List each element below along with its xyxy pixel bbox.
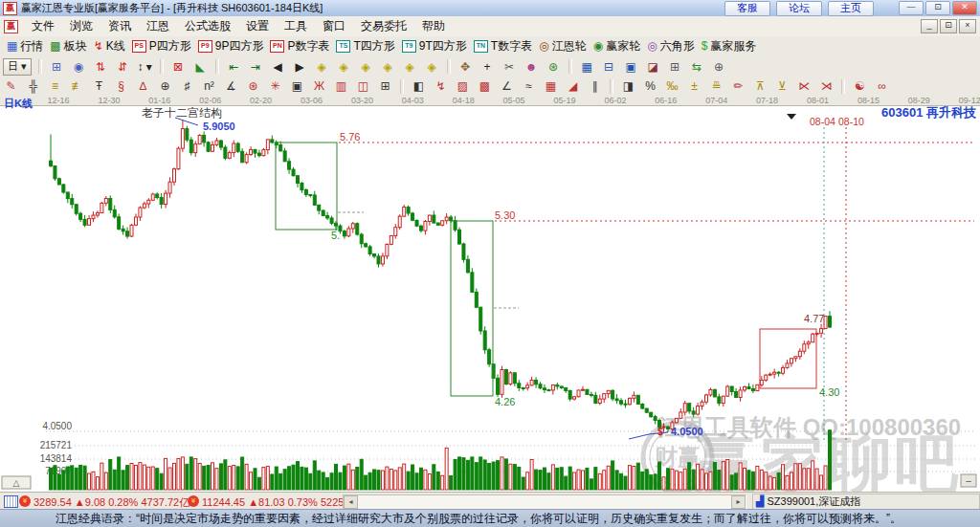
kline-view-button[interactable]: ↯K线 bbox=[94, 38, 125, 55]
period-day-dropdown[interactable]: 日 ▾ bbox=[3, 58, 32, 76]
network-icon[interactable]: ⇆ bbox=[687, 59, 707, 75]
child-restore-button[interactable]: ⊡ bbox=[940, 19, 957, 33]
export-icon[interactable]: ◪ bbox=[643, 59, 663, 75]
hash-icon[interactable]: ♯ bbox=[177, 78, 197, 94]
window-split-icon[interactable]: ◧ bbox=[409, 78, 429, 94]
t-square-button[interactable]: TST四方形 bbox=[336, 38, 394, 55]
homepage-button[interactable]: 主页 bbox=[828, 1, 874, 16]
circle-cross-icon[interactable]: ⊕ bbox=[155, 78, 175, 94]
restore-button[interactable]: ⊡ bbox=[925, 1, 950, 15]
menu-item-6[interactable]: 工具 bbox=[277, 16, 315, 36]
service-button[interactable]: 客服 bbox=[724, 1, 770, 16]
hexagon-button[interactable]: ◎六角形 bbox=[647, 38, 694, 55]
menu-item-0[interactable]: 文件 bbox=[24, 16, 62, 36]
flag-tool-icon[interactable]: ◣ bbox=[190, 59, 211, 75]
next-bar-icon[interactable]: ▶ bbox=[290, 59, 310, 75]
collapse-button[interactable]: △ bbox=[2, 476, 31, 489]
cycle-tool-icon[interactable]: ⊛ bbox=[544, 59, 564, 75]
child-close-button[interactable]: × bbox=[959, 19, 976, 33]
candle-scale-dropdown[interactable]: ↕ ▾ bbox=[135, 59, 155, 75]
menu-item-3[interactable]: 江恩 bbox=[139, 16, 177, 36]
measure-icon[interactable]: ⊞ bbox=[375, 78, 395, 94]
kline-style-icon[interactable]: ⇅ bbox=[91, 59, 111, 75]
9p-square-button[interactable]: P99P四方形 bbox=[198, 38, 264, 55]
pencil-icon[interactable]: ✎ bbox=[1, 78, 21, 94]
crosshair-tool-icon[interactable]: + bbox=[478, 59, 498, 75]
trend-cut2-icon[interactable]: ⋊ bbox=[816, 78, 836, 94]
remote-icon[interactable]: ⊕ bbox=[709, 59, 729, 75]
last-page-icon[interactable]: ⇥ bbox=[246, 59, 266, 75]
close-button[interactable]: ✕ bbox=[952, 1, 977, 15]
shade-box-icon[interactable]: ▨ bbox=[453, 78, 473, 94]
gann-diamond-4-icon[interactable]: ◈ bbox=[378, 59, 398, 75]
permille-icon[interactable]: ‰ bbox=[662, 78, 682, 94]
spiral-icon[interactable]: § bbox=[111, 78, 131, 94]
index-ticker-panel[interactable]: ▟ SZ399001,深证成指 bbox=[752, 494, 980, 510]
info-panel-icon[interactable]: ◉ bbox=[69, 59, 89, 75]
golden-line-icon[interactable]: ± bbox=[684, 78, 704, 94]
print-icon[interactable]: ⊞ bbox=[665, 59, 685, 75]
trend-cut-icon[interactable]: ⋉ bbox=[794, 78, 814, 94]
period-tab-daily[interactable]: 日K线 bbox=[4, 97, 33, 111]
price-band-icon[interactable]: ≡ bbox=[45, 78, 65, 94]
mini-scroll-button[interactable]: – bbox=[961, 474, 976, 487]
menu-item-5[interactable]: 设置 bbox=[238, 16, 277, 36]
gann-diamond-1-icon[interactable]: ◈ bbox=[312, 59, 332, 75]
angle-a-icon[interactable]: ∡ bbox=[221, 78, 241, 94]
angle-line-icon[interactable]: ∠ bbox=[497, 78, 517, 94]
menu-item-9[interactable]: 帮助 bbox=[414, 16, 453, 36]
target-icon[interactable]: ⊛ bbox=[243, 78, 263, 94]
sector-blocks-button[interactable]: ▩板块 bbox=[50, 38, 86, 55]
mascot-icon[interactable]: ☻ bbox=[522, 59, 542, 75]
brush-icon[interactable]: ✏ bbox=[728, 78, 748, 94]
percent-retrace-icon[interactable]: % bbox=[640, 78, 660, 94]
p-square-button[interactable]: PSP四方形 bbox=[132, 38, 191, 55]
sh-index-quote[interactable]: 3289.54 ▲9.08 0.28% 4737.72亿 bbox=[33, 495, 189, 510]
parallel-icon[interactable]: ∥ bbox=[585, 78, 605, 94]
ladder-icon[interactable]: ◫ bbox=[353, 78, 373, 94]
save-icon[interactable]: ▣ bbox=[621, 59, 641, 75]
gann-wheel-button[interactable]: ◎江恩轮 bbox=[539, 38, 586, 55]
candlestick-chart[interactable]: 12-1612-3001-1602-0602-2003-0603-2004-03… bbox=[0, 95, 980, 492]
gann-box-2[interactable] bbox=[451, 221, 493, 396]
cut-tool-icon[interactable]: ✂ bbox=[500, 59, 520, 75]
scroll-right-icon[interactable]: ▸ bbox=[731, 495, 746, 509]
ruler-icon[interactable]: ∆ bbox=[133, 78, 153, 94]
hand-tool-icon[interactable]: ✥ bbox=[456, 59, 476, 75]
shade-box2-icon[interactable]: ▩ bbox=[475, 78, 495, 94]
minimize-button[interactable]: — bbox=[899, 1, 924, 15]
calendar-grid-icon[interactable] bbox=[4, 495, 18, 508]
gold-band-icon[interactable]: ≞ bbox=[706, 78, 726, 94]
menu-item-7[interactable]: 窗口 bbox=[315, 16, 353, 36]
menu-item-4[interactable]: 公式选股 bbox=[177, 16, 238, 36]
first-page-icon[interactable]: ⇤ bbox=[224, 59, 244, 75]
winner-wheel-button[interactable]: ◉赢家轮 bbox=[593, 38, 640, 55]
box-tool-icon[interactable]: ▣ bbox=[287, 78, 307, 94]
9t-square-button[interactable]: T99T四方形 bbox=[402, 38, 467, 55]
region-select-icon[interactable]: ⊠ bbox=[168, 59, 189, 75]
prev-bar-icon[interactable]: ◀ bbox=[268, 59, 288, 75]
asterisk-icon[interactable]: ✳ bbox=[265, 78, 285, 94]
price-band2-icon[interactable]: ≢ bbox=[67, 78, 87, 94]
calendar-icon[interactable]: ▦ bbox=[577, 59, 597, 75]
yinyang-icon[interactable]: ☯ bbox=[850, 78, 870, 94]
infinity-icon[interactable]: ∞ bbox=[872, 78, 892, 94]
wave-icon[interactable]: ≈ bbox=[519, 78, 539, 94]
gann-diamond-2-icon[interactable]: ◈ bbox=[334, 59, 354, 75]
level-dn-icon[interactable]: ⊻ bbox=[772, 78, 792, 94]
zh-tool-icon[interactable]: Ж bbox=[309, 78, 329, 94]
gann-fan-icon[interactable]: ↯ bbox=[431, 78, 451, 94]
kline-style-2-icon[interactable]: ⇵ bbox=[113, 59, 133, 75]
gann-box-3[interactable] bbox=[760, 329, 816, 388]
t-number-table-button[interactable]: TNT数字表 bbox=[474, 38, 532, 55]
candles[interactable] bbox=[50, 121, 832, 432]
calculator-icon[interactable]: ⊟ bbox=[599, 59, 619, 75]
fence-icon[interactable]: ▥ bbox=[331, 78, 351, 94]
menu-item-2[interactable]: 资讯 bbox=[100, 16, 139, 36]
grid-dense-icon[interactable]: ▦ bbox=[541, 78, 561, 94]
gann-diamond-6-icon[interactable]: ◈ bbox=[422, 59, 442, 75]
winner-service-button[interactable]: $赢家服务 bbox=[702, 38, 757, 55]
market-quotes-button[interactable]: ▦行情 bbox=[7, 38, 43, 55]
menu-item-1[interactable]: 浏览 bbox=[62, 16, 100, 36]
level-up-icon[interactable]: ⊼ bbox=[750, 78, 770, 94]
